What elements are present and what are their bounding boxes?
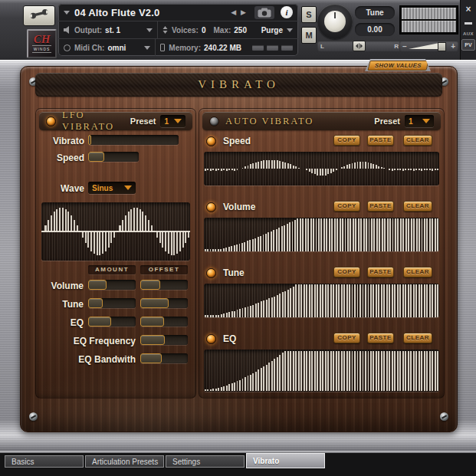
pan-left-label: L (320, 43, 324, 50)
volume-amount-fill (88, 280, 107, 290)
lfo-panel-header: LFO VIBRATO Preset 1 (39, 112, 192, 130)
eq-paste-button[interactable]: PASTE (367, 333, 394, 343)
lfo-led[interactable] (46, 117, 56, 126)
aux-button[interactable]: AUX (463, 31, 474, 36)
volume-minus-label: – (402, 42, 407, 51)
solo-button[interactable]: S (301, 6, 317, 23)
output-label: Output: (74, 26, 102, 34)
auto-panel-title: AUTO VIBRATO (225, 116, 314, 127)
midi-dropdown-icon[interactable] (144, 46, 150, 50)
show-values-tab[interactable]: SHOW VALUES (365, 59, 431, 71)
snapshot-camera-button[interactable] (254, 6, 274, 19)
voices-label: Voices: (172, 26, 199, 34)
output-value[interactable]: st. 1 (105, 26, 120, 34)
pan-slider[interactable]: L R (317, 41, 402, 51)
eq-table-display[interactable] (204, 350, 439, 392)
auto-preset-dropdown[interactable]: 1 (405, 115, 434, 127)
volume-fader[interactable]: – + (399, 41, 458, 51)
midi-value[interactable]: omni (107, 44, 126, 52)
lfo-speed-slider[interactable] (88, 152, 139, 162)
meter-right (402, 21, 456, 32)
speed-copy-button[interactable]: COPY (333, 135, 360, 146)
tune-clear-button[interactable]: CLEAR (403, 267, 432, 277)
eq-amount-slider[interactable] (88, 317, 136, 327)
tune-knob-cap (324, 11, 346, 32)
tune-value[interactable]: 0.00 (355, 23, 395, 36)
tune-offset-fill (140, 298, 169, 308)
tune-led[interactable] (206, 268, 216, 278)
eq-led[interactable] (206, 334, 216, 344)
lfo-tune-label: Tune (36, 299, 84, 310)
info-button[interactable]: i (281, 6, 293, 18)
vibrato-slider[interactable] (88, 135, 179, 145)
eq-bandwith-offset-slider[interactable] (140, 353, 188, 363)
lfo-wave-display[interactable] (41, 202, 190, 261)
memory-icon (160, 44, 165, 51)
divider (157, 21, 158, 38)
voices-value: 0 (202, 26, 206, 34)
tune-knob[interactable] (317, 4, 353, 39)
auto-preset-label: Preset (374, 117, 400, 126)
pan-center-icon (355, 43, 363, 49)
volume-paste-button[interactable]: PASTE (367, 201, 394, 212)
wave-label: Wave (41, 183, 84, 194)
wrench-button[interactable] (23, 5, 55, 26)
eq-frequency-offset-fill (140, 335, 165, 345)
auto-vibrato-led[interactable] (209, 117, 219, 126)
volume-fader-thumb[interactable] (438, 42, 446, 51)
meter-chip (267, 45, 278, 51)
speed-section-label: Speed (223, 136, 251, 146)
purge-dropdown-icon[interactable] (287, 28, 293, 32)
output-dropdown-icon[interactable] (146, 28, 153, 32)
speed-led[interactable] (206, 136, 216, 146)
tune-amount-slider[interactable] (88, 298, 136, 308)
lfo-preset-dropdown[interactable]: 1 (160, 115, 185, 127)
volume-amount-slider[interactable] (88, 280, 136, 290)
wave-dropdown[interactable]: Sinus (88, 182, 136, 194)
volume-copy-button[interactable]: COPY (333, 201, 360, 212)
tune-copy-button[interactable]: COPY (333, 267, 360, 277)
speed-paste-button[interactable]: PASTE (367, 135, 394, 146)
close-button[interactable]: × (465, 4, 471, 15)
volume-offset-slider[interactable] (140, 280, 188, 290)
vibrato-label: Vibrato (41, 136, 84, 146)
next-instrument-button[interactable]: ▶ (238, 8, 248, 16)
tune-label: Tune (355, 6, 395, 19)
speed-table-display[interactable] (204, 152, 439, 185)
minimize-button[interactable] (465, 22, 472, 25)
meter-left (402, 8, 456, 19)
tune-table-display[interactable] (204, 284, 439, 317)
max-value[interactable]: 250 (234, 26, 247, 34)
instrument-collapse-icon[interactable] (64, 11, 70, 15)
camera-icon (258, 8, 271, 18)
volume-clear-button[interactable]: CLEAR (403, 201, 432, 212)
memory-value: 240.22 MB (204, 44, 241, 52)
eq-frequency-offset-slider[interactable] (140, 335, 188, 345)
tab-articulation-presets[interactable]: Articulation Presets (85, 455, 164, 468)
level-meters (399, 5, 458, 34)
tune-offset-slider[interactable] (140, 298, 188, 308)
eq-clear-button[interactable]: CLEAR (403, 333, 432, 343)
eq-section-label: EQ (223, 333, 236, 344)
tune-paste-button[interactable]: PASTE (367, 267, 394, 277)
pv-button[interactable]: PV (461, 39, 475, 51)
eq-offset-slider[interactable] (140, 317, 188, 327)
volume-led[interactable] (206, 202, 216, 212)
tab-settings[interactable]: Settings (166, 455, 245, 468)
speed-clear-button[interactable]: CLEAR (403, 135, 432, 146)
purge-button[interactable]: Purge (261, 26, 283, 34)
mute-button[interactable]: M (301, 27, 317, 44)
memory-label: Memory: (169, 44, 201, 52)
eq-amount-fill (88, 317, 111, 327)
show-values-button[interactable]: SHOW VALUES (367, 61, 428, 71)
tab-vibrato[interactable]: Vibrato (246, 453, 325, 468)
eq-copy-button[interactable]: COPY (333, 333, 360, 343)
volume-table-display[interactable] (204, 218, 439, 251)
eq-offset-fill (140, 317, 164, 327)
screw (440, 412, 448, 421)
metal-frame: SHOW VALUES VIBRATO LFO VIBRATO Preset 1 (0, 60, 476, 451)
prev-instrument-button[interactable]: ◀ (228, 8, 238, 16)
tab-basics[interactable]: Basics (5, 455, 84, 468)
pan-thumb[interactable] (353, 41, 366, 51)
offset-column-header: OFFSET (140, 265, 188, 274)
